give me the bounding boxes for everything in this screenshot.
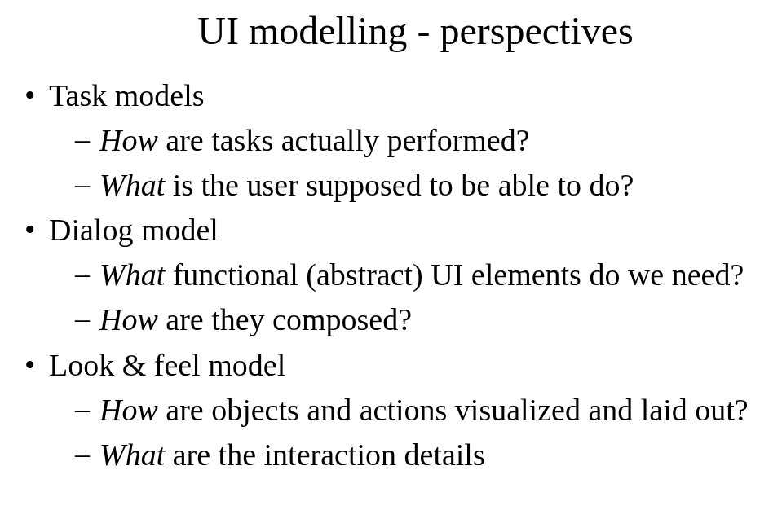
dash-item-italic: What (99, 168, 165, 202)
look-feel-sublist: How are objects and actions visualized a… (49, 388, 758, 477)
dash-item-italic: What (99, 437, 165, 472)
dash-item-text: are they composed? (158, 302, 412, 336)
dash-item-text: are objects and actions visualized and l… (158, 393, 749, 427)
dash-item: How are objects and actions visualized a… (49, 388, 758, 433)
dash-item: How are tasks actually performed? (49, 118, 758, 163)
dash-item: How are they composed? (49, 297, 758, 342)
main-bullet-list: Task models How are tasks actually perfo… (24, 73, 758, 477)
dash-item-italic: What (99, 257, 165, 292)
bullet-dialog-model: Dialog model What functional (abstract) … (24, 208, 758, 342)
bullet-task-models: Task models How are tasks actually perfo… (24, 73, 758, 208)
dash-item-text: is the user supposed to be able to do? (165, 168, 634, 202)
dash-item-italic: How (99, 393, 158, 427)
dash-item-text: are the interaction details (165, 437, 485, 472)
dash-item-italic: How (99, 302, 158, 336)
bullet-heading: Task models (49, 78, 204, 112)
task-models-sublist: How are tasks actually performed? What i… (49, 118, 758, 208)
bullet-look-feel-model: Look & feel model How are objects and ac… (24, 343, 758, 477)
dialog-model-sublist: What functional (abstract) UI elements d… (49, 253, 758, 342)
slide-title: UI modelling - perspectives (24, 8, 758, 53)
dash-item: What are the interaction details (49, 433, 758, 477)
dash-item: What is the user supposed to be able to … (49, 163, 758, 208)
bullet-heading: Look & feel model (49, 348, 285, 382)
dash-item-italic: How (99, 123, 158, 157)
dash-item: What functional (abstract) UI elements d… (49, 253, 758, 297)
dash-item-text: are tasks actually performed? (158, 123, 530, 157)
dash-item-text: functional (abstract) UI elements do we … (165, 257, 744, 292)
bullet-heading: Dialog model (49, 213, 219, 247)
